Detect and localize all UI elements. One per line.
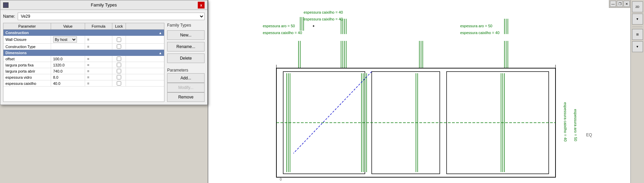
cell-construction-type-value <box>51 44 85 49</box>
rename-button[interactable]: Rename... <box>167 42 205 51</box>
minimize-button[interactable]: — <box>610 1 616 7</box>
cell-construction-type-param: Construction Type <box>3 44 51 49</box>
cell-largura-porta-abrir-value: 740.0 <box>51 68 85 74</box>
cell-largura-porta-abrir-lock <box>112 68 126 74</box>
cell-espessura-vidro-lock <box>112 74 126 80</box>
add-button[interactable]: Add... <box>167 73 205 83</box>
table-row: espessura caixilho 40.0 = <box>3 80 164 87</box>
offset-lock-checkbox[interactable] <box>117 57 121 61</box>
right-sidebar: 2D ▼ ⊞ ▼ <box>630 0 644 183</box>
section-construction-collapse[interactable]: ▲ <box>159 31 162 35</box>
cell-largura-porta-fixa-lock <box>112 62 126 68</box>
name-row: Name: Ve29 <box>3 13 205 20</box>
sidebar-btn-3[interactable]: ⊞ <box>632 29 643 40</box>
header-parameter: Parameter <box>3 23 51 29</box>
window-controls: — ❐ ✕ <box>609 0 630 8</box>
annotation-1: espessura caixilho = 40 <box>304 10 343 14</box>
section-dimensions: Dimensions ▲ <box>3 50 164 56</box>
main-area: Parameter Value Formula Lock Constructio… <box>3 23 205 102</box>
table-row: largura porta fixa 1320.0 = <box>3 62 164 68</box>
cell-espessura-caixilho-formula: = <box>85 80 112 86</box>
annotation-6: espessura caixilho = 40 <box>460 31 499 35</box>
sidebar-btn-1[interactable]: 2D <box>632 1 643 12</box>
cell-wall-closure-param: Wall Closure <box>3 36 51 43</box>
cell-espessura-vidro-value: 8.0 <box>51 74 85 80</box>
dialog-body: Name: Ve29 Parameter Value Formula Lock … <box>0 10 207 105</box>
side-label-2: espessura aro = 50 <box>574 109 578 141</box>
delete-button[interactable]: Delete <box>167 54 205 63</box>
section-dimensions-label: Dimensions <box>5 51 27 55</box>
cell-offset-lock <box>112 56 126 62</box>
espessura-caixilho-lock-checkbox[interactable] <box>117 81 121 86</box>
cell-espessura-vidro-param: espessura vidro <box>3 74 51 80</box>
name-select[interactable]: Ve29 <box>18 13 205 20</box>
annotation-3: espessura aro = 50 <box>263 24 295 28</box>
annotation-4: espessura aro = 50 <box>460 24 492 28</box>
header-value: Value <box>51 23 85 29</box>
drawing-area: — ❐ ✕ espessura caixilho = 40 espessura … <box>208 0 630 183</box>
header-lock: Lock <box>112 23 126 29</box>
modify-button[interactable]: Modify... <box>167 83 205 92</box>
espessura-vidro-lock-checkbox[interactable] <box>117 75 121 79</box>
remove-button[interactable]: Remove <box>167 92 205 102</box>
parameter-table: Parameter Value Formula Lock Constructio… <box>3 23 164 102</box>
largura-porta-fixa-lock-checkbox[interactable] <box>117 63 121 67</box>
table-header: Parameter Value Formula Lock <box>3 23 164 30</box>
cell-largura-porta-fixa-param: largura porta fixa <box>3 62 51 68</box>
sidebar-btn-4[interactable]: ▼ <box>632 41 643 52</box>
window-close-button[interactable]: ✕ <box>624 1 630 7</box>
construction-type-lock-checkbox[interactable] <box>117 44 121 49</box>
cell-construction-type-lock <box>112 44 126 49</box>
table-row: largura porta abrir 740.0 = <box>3 68 164 74</box>
cell-espessura-caixilho-param: espessura caixilho <box>3 80 51 86</box>
annotation-2: espessura caixilho = 40 <box>304 17 343 21</box>
cell-largura-porta-fixa-formula: = <box>85 62 112 68</box>
section-dimensions-collapse[interactable]: ▲ <box>159 51 162 55</box>
bottom-number: 0 <box>280 178 282 181</box>
parameters-section-label: Parameters <box>167 68 205 73</box>
section-construction-label: Construction <box>5 31 29 35</box>
cell-espessura-caixilho-lock <box>112 80 126 86</box>
name-label: Name: <box>3 14 15 19</box>
cell-wall-closure-formula: = <box>85 36 112 43</box>
table-row: espessura vidro 8.0 = <box>3 74 164 80</box>
section-construction: Construction ▲ <box>3 30 164 36</box>
annotation-5: espessura caixilho = 40 <box>263 31 302 35</box>
family-types-section-label: Family Types <box>167 23 205 28</box>
dialog-icon <box>3 2 9 8</box>
cell-wall-closure-lock <box>112 36 126 43</box>
dialog-title: Family Types <box>91 2 117 7</box>
wall-closure-lock-checkbox[interactable] <box>117 37 121 42</box>
right-panel: Family Types New... Rename... Delete Par… <box>167 23 205 102</box>
sidebar-btn-2[interactable]: ▼ <box>632 14 643 25</box>
cell-espessura-vidro-formula: = <box>85 74 112 80</box>
table-row: Wall Closure By host None Interior Exter… <box>3 36 164 44</box>
cell-wall-closure-value: By host None Interior Exterior <box>51 36 85 43</box>
table-row: offset 100.0 = <box>3 56 164 62</box>
cell-construction-type-formula: = <box>85 44 112 49</box>
cell-espessura-caixilho-value: 40.0 <box>51 80 85 86</box>
close-button[interactable]: x <box>198 2 205 9</box>
wall-closure-select[interactable]: By host None Interior Exterior <box>53 36 77 43</box>
new-button[interactable]: New... <box>167 30 205 40</box>
cell-offset-param: offset <box>3 56 51 62</box>
eq-label: EQ <box>586 133 592 137</box>
family-types-dialog: Family Types x Name: Ve29 Parameter Valu… <box>0 0 208 105</box>
drawing-svg: espessura caixilho = 40 espessura caixil… <box>208 0 630 183</box>
restore-button[interactable]: ❐ <box>617 1 623 7</box>
side-label-1: espessura caixilho = 40 <box>563 102 567 141</box>
marker-1: ✦ <box>312 24 315 28</box>
cell-largura-porta-fixa-value: 1320.0 <box>51 62 85 68</box>
header-formula: Formula <box>85 23 112 29</box>
cell-largura-porta-abrir-param: largura porta abrir <box>3 68 51 74</box>
cell-largura-porta-abrir-formula: = <box>85 68 112 74</box>
cell-offset-value: 100.0 <box>51 56 85 62</box>
parameters-section: Parameters Add... Modify... Remove <box>167 68 205 102</box>
cell-offset-formula: = <box>85 56 112 62</box>
dialog-titlebar: Family Types x <box>0 0 207 10</box>
largura-porta-abrir-lock-checkbox[interactable] <box>117 69 121 73</box>
table-row: Construction Type = <box>3 44 164 50</box>
